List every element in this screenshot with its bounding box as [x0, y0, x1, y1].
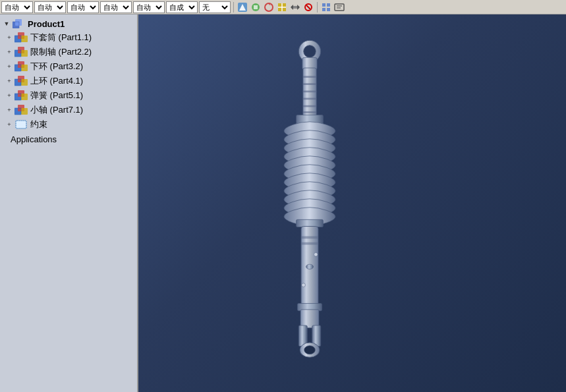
expand-icon-part6[interactable]: + [5, 106, 13, 114]
expand-icon-part4[interactable]: + [5, 77, 13, 85]
svg-rect-62 [301, 236, 318, 238]
toolbar-dropdown-7[interactable]: 无 [199, 1, 231, 13]
svg-rect-25 [21, 36, 28, 42]
tree-item-part3[interactable]: + 下环 (Part3.2) [0, 59, 137, 74]
svg-point-64 [306, 264, 313, 269]
toolbar: 自动 自动 自动 自动 自动 自成 无 [0, 0, 566, 14]
toolbar-btn-3[interactable] [276, 1, 288, 13]
part-icon-part6 [14, 105, 28, 115]
toolbar-separator [233, 2, 234, 13]
toolbar-sep2 [317, 2, 318, 13]
tree-label-part2: 限制轴 (Part2.2) [30, 46, 92, 58]
toolbar-btn-1[interactable] [237, 1, 248, 13]
tree-item-part1[interactable]: + 下套筒 (Part1.1) [0, 30, 137, 45]
tree-label-constraints: 约束 [30, 119, 47, 130]
svg-rect-17 [335, 4, 344, 11]
tree-item-part4[interactable]: + 上环 (Part4.1) [0, 74, 137, 88]
svg-rect-21 [15, 19, 22, 26]
shock-absorber-model [191, 34, 428, 377]
part-icon-part4 [14, 76, 28, 86]
svg-rect-55 [303, 98, 316, 100]
main-container: ▼ Product1 + 下套筒 (Part1.1)+ [0, 14, 566, 392]
applications-label: Applications [0, 132, 137, 146]
svg-rect-54 [303, 90, 316, 92]
svg-rect-45 [21, 108, 28, 115]
expand-icon-part1[interactable]: + [5, 34, 13, 42]
tree-items-container: + 下套筒 (Part1.1)+ 限制轴 (Part2.2)+ 下环 (Part… [0, 30, 137, 132]
svg-rect-15 [322, 8, 325, 11]
svg-point-71 [314, 253, 318, 257]
toolbar-btn-2[interactable] [250, 1, 262, 13]
toolbar-btn-5[interactable] [302, 1, 314, 13]
tree-item-part2[interactable]: + 限制轴 (Part2.2) [0, 45, 137, 59]
toolbar-dropdown-6[interactable]: 自成 [166, 1, 198, 13]
svg-point-72 [302, 283, 306, 287]
toolbar-btn-rotate[interactable] [263, 1, 275, 13]
svg-rect-33 [21, 65, 28, 71]
svg-rect-60 [297, 219, 324, 227]
expand-icon-part5[interactable]: + [5, 92, 13, 99]
svg-point-49 [304, 45, 316, 58]
tree-panel: ▼ Product1 + 下套筒 (Part1.1)+ [0, 14, 138, 392]
part-icon-part2 [14, 47, 28, 57]
tree-item-constraints[interactable]: + 约束 [0, 117, 137, 132]
svg-line-12 [306, 5, 310, 9]
expand-icon-constraints[interactable]: + [5, 121, 13, 128]
viewport-3d[interactable] [138, 14, 566, 392]
tree-label-part5: 弹簧 (Part5.1) [30, 90, 83, 101]
svg-marker-9 [291, 5, 293, 10]
svg-rect-14 [327, 3, 330, 7]
svg-rect-51 [303, 68, 316, 117]
part-icon-part5 [14, 90, 28, 101]
part-icon-part1 [14, 32, 28, 43]
svg-rect-29 [21, 50, 28, 57]
svg-marker-10 [297, 5, 300, 10]
tree-item-part5[interactable]: + 弹簧 (Part5.1) [0, 88, 137, 103]
svg-rect-66 [300, 310, 319, 328]
toolbar-dropdown-5[interactable]: 自动 [133, 1, 165, 13]
part-icon-constraints [14, 119, 28, 130]
toolbar-dropdown-1[interactable]: 自动 [1, 1, 33, 13]
svg-rect-53 [303, 83, 316, 85]
svg-rect-56 [303, 105, 316, 107]
svg-rect-57 [303, 111, 316, 113]
root-expand-icon[interactable]: ▼ [3, 20, 11, 28]
toolbar-dropdown-2[interactable]: 自动 [34, 1, 66, 13]
svg-rect-41 [21, 94, 28, 100]
tree-root[interactable]: ▼ Product1 [0, 17, 137, 30]
svg-rect-3 [254, 5, 258, 9]
expand-icon-part3[interactable]: + [5, 63, 13, 70]
svg-rect-47 [16, 121, 26, 128]
product-icon [12, 18, 25, 29]
svg-rect-37 [21, 79, 28, 86]
toolbar-btn-7[interactable] [333, 1, 345, 13]
toolbar-btn-4[interactable] [289, 1, 301, 13]
tree-label-part1: 下套筒 (Part1.1) [30, 32, 92, 43]
tree-item-part6[interactable]: + 小轴 (Part7.1) [0, 103, 137, 117]
tree-label-part3: 下环 (Part3.2) [30, 61, 83, 72]
part-icon-part3 [14, 61, 28, 72]
svg-rect-13 [322, 3, 325, 7]
svg-point-70 [304, 346, 316, 354]
toolbar-btn-6[interactable] [320, 1, 332, 13]
svg-rect-16 [327, 8, 330, 11]
svg-rect-52 [303, 76, 316, 78]
tree-label-part4: 上环 (Part4.1) [30, 75, 83, 87]
tree-label-part6: 小轴 (Part7.1) [30, 104, 83, 116]
toolbar-dropdown-4[interactable]: 自动 [100, 1, 132, 13]
tree-root-label: Product1 [28, 19, 65, 29]
toolbar-dropdown-3[interactable]: 自动 [67, 1, 99, 13]
expand-icon-part2[interactable]: + [5, 48, 13, 56]
svg-rect-63 [301, 242, 318, 245]
